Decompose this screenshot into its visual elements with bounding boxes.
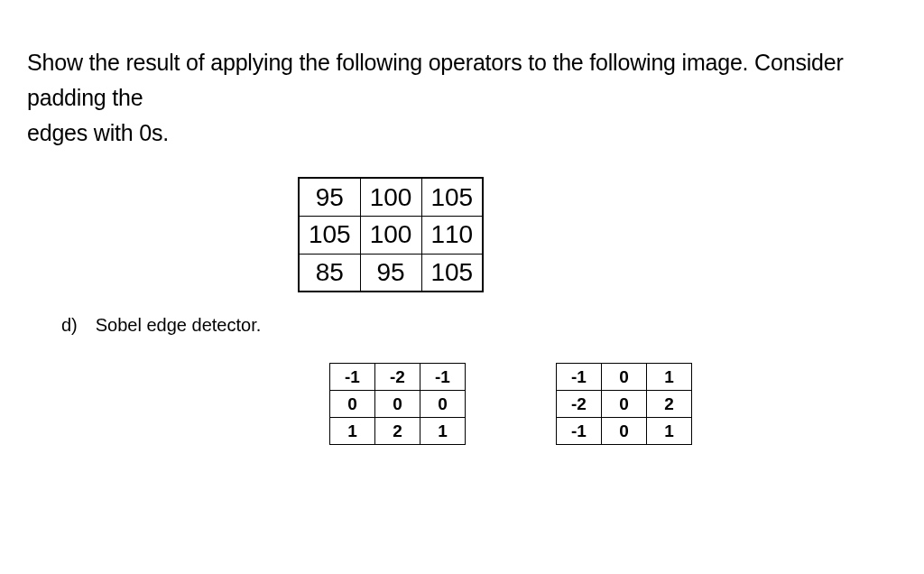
cell: 95: [360, 254, 421, 292]
cell: 0: [375, 391, 420, 418]
cell: -2: [375, 364, 420, 391]
question-line1: Show the result of applying the followin…: [27, 50, 844, 110]
question-line2: edges with 0s.: [27, 120, 169, 145]
cell: 105: [421, 254, 483, 292]
cell: 105: [421, 178, 483, 216]
cell: 0: [602, 418, 647, 445]
cell: 0: [420, 391, 466, 418]
cell: -1: [557, 418, 602, 445]
table-row: 95 100 105: [299, 178, 483, 216]
cell: 1: [420, 418, 466, 445]
cell: -2: [557, 391, 602, 418]
cell: -1: [557, 364, 602, 391]
cell: 100: [360, 178, 421, 216]
sobel-kernel-1: -1 -2 -1 0 0 0 1 2 1: [329, 363, 466, 445]
cell: 85: [299, 254, 360, 292]
cell: 1: [647, 418, 692, 445]
cell: 105: [299, 216, 360, 254]
cell: -1: [330, 364, 375, 391]
cell: 100: [360, 216, 421, 254]
cell: 0: [330, 391, 375, 418]
table-row: 85 95 105: [299, 254, 483, 292]
cell: 95: [299, 178, 360, 216]
cell: -1: [420, 364, 466, 391]
table-row: -1 0 1: [557, 418, 692, 445]
kernels-row: -1 -2 -1 0 0 0 1 2 1 -1 0 1 -2 0 2 -1 0 …: [329, 363, 897, 445]
cell: 0: [602, 364, 647, 391]
table-row: -2 0 2: [557, 391, 692, 418]
cell: 0: [602, 391, 647, 418]
cell: 2: [647, 391, 692, 418]
cell: 2: [375, 418, 420, 445]
cell: 1: [647, 364, 692, 391]
input-image-table: 95 100 105 105 100 110 85 95 105: [298, 177, 484, 292]
question-text: Show the result of applying the followin…: [27, 45, 897, 150]
table-row: 105 100 110: [299, 216, 483, 254]
cell: 1: [330, 418, 375, 445]
table-row: 1 2 1: [330, 418, 466, 445]
part-label: d) Sobel edge detector.: [61, 315, 897, 336]
table-row: 0 0 0: [330, 391, 466, 418]
table-row: -1 -2 -1: [330, 364, 466, 391]
sobel-kernel-2: -1 0 1 -2 0 2 -1 0 1: [556, 363, 692, 445]
cell: 110: [421, 216, 483, 254]
table-row: -1 0 1: [557, 364, 692, 391]
